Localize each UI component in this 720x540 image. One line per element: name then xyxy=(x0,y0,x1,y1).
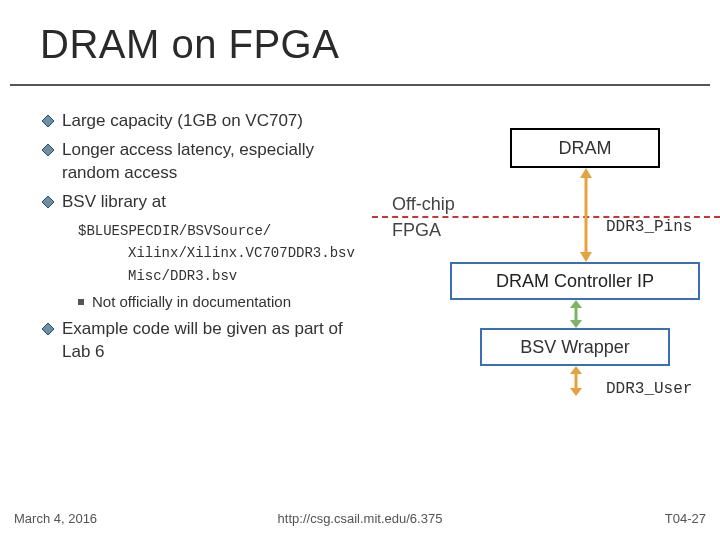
controller-box: DRAM Controller IP xyxy=(450,262,700,300)
footer-page: T04-27 xyxy=(665,511,706,526)
slide: DRAM on FPGA Large capacity (1GB on VC70… xyxy=(0,0,720,540)
svg-marker-6 xyxy=(580,252,592,262)
code-block: $BLUESPECDIR/BSVSource/ Xilinx/Xilinx.VC… xyxy=(78,220,372,287)
svg-marker-3 xyxy=(42,323,54,335)
diamond-bullet-icon xyxy=(42,323,54,335)
footer-url: http://csg.csail.mit.edu/6.375 xyxy=(0,511,720,526)
svg-marker-0 xyxy=(42,115,54,127)
svg-marker-1 xyxy=(42,144,54,156)
content-left: Large capacity (1GB on VC707) Longer acc… xyxy=(42,110,372,370)
code-line: Misc/DDR3.bsv xyxy=(128,265,372,287)
ddr3-pins-label: DDR3_Pins xyxy=(606,218,692,236)
bullet-text: Large capacity (1GB on VC707) xyxy=(62,110,303,133)
bullet-text: BSV library at xyxy=(62,191,166,214)
controller-label: DRAM Controller IP xyxy=(496,271,654,292)
svg-marker-2 xyxy=(42,196,54,208)
slide-title: DRAM on FPGA xyxy=(40,22,339,67)
wrapper-label: BSV Wrapper xyxy=(520,337,630,358)
title-underline xyxy=(10,84,710,86)
code-line: Xilinx/Xilinx.VC707DDR3.bsv xyxy=(128,242,372,264)
dram-label: DRAM xyxy=(559,138,612,159)
dram-box: DRAM xyxy=(510,128,660,168)
svg-marker-9 xyxy=(570,320,582,328)
bullet-item: Example code will be given as part of La… xyxy=(42,318,372,364)
diamond-bullet-icon xyxy=(42,115,54,127)
offchip-label: Off-chip xyxy=(392,194,455,215)
bullet-text: Longer access latency, especially random… xyxy=(62,139,372,185)
bullet-item: BSV library at xyxy=(42,191,372,214)
svg-marker-5 xyxy=(580,168,592,178)
bullet-item: Large capacity (1GB on VC707) xyxy=(42,110,372,133)
fpga-label: FPGA xyxy=(392,220,441,241)
wrapper-box: BSV Wrapper xyxy=(480,328,670,366)
bullet-text: Example code will be given as part of La… xyxy=(62,318,372,364)
ddr3-user-label: DDR3_User xyxy=(606,380,692,398)
sub-bullet-item: Not officially in documentation xyxy=(78,293,372,310)
bullet-item: Longer access latency, especially random… xyxy=(42,139,372,185)
sub-bullet-text: Not officially in documentation xyxy=(92,293,291,310)
diamond-bullet-icon xyxy=(42,196,54,208)
diamond-bullet-icon xyxy=(42,144,54,156)
diagram: DRAM Off-chip FPGA DDR3_Pins DRAM Contro… xyxy=(400,110,710,430)
svg-marker-11 xyxy=(570,366,582,374)
svg-marker-8 xyxy=(570,300,582,308)
code-line: $BLUESPECDIR/BSVSource/ xyxy=(78,220,372,242)
square-bullet-icon xyxy=(78,299,84,305)
svg-marker-12 xyxy=(570,388,582,396)
